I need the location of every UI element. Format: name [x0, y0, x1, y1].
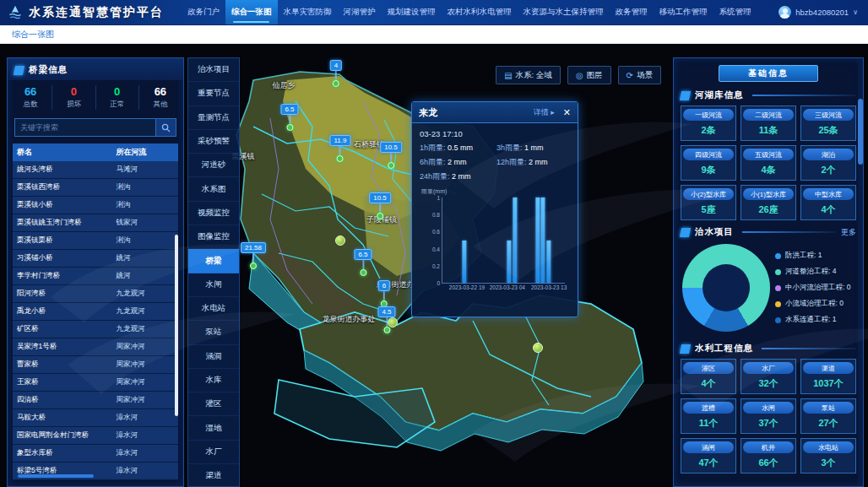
poi-icon[interactable] — [533, 343, 543, 353]
layer-menu-item[interactable]: 灌区 — [188, 392, 239, 416]
section-line — [752, 95, 857, 96]
info-card[interactable]: 渠道1037个 — [800, 359, 856, 394]
table-row[interactable]: 吴家湾1号桥周家冲河 — [13, 338, 178, 356]
cell-bridge-name: 栗溪镇小桥 — [13, 197, 112, 214]
map-marker[interactable]: 11.9 — [330, 131, 351, 162]
poi-icon[interactable] — [335, 235, 345, 246]
info-card[interactable]: 中型水库4个 — [800, 185, 856, 220]
nav-item[interactable]: 水资源与水土保持管理 — [518, 0, 610, 24]
layer-menu-item[interactable]: 视频监控 — [188, 202, 239, 225]
map-control-button[interactable]: ▤水系: 全域 — [496, 66, 561, 84]
marker-value-badge: 6 — [378, 280, 390, 291]
layer-menu-item[interactable]: 治水项目 — [188, 58, 239, 82]
info-card[interactable]: 机井66个 — [741, 438, 796, 473]
table-row[interactable]: 国家电网荆金村门湾桥漳水河 — [13, 427, 178, 445]
nav-item[interactable]: 政务门户 — [182, 0, 225, 24]
bridge-stat: 66其他 — [139, 85, 182, 110]
main-area: 仙居乡栗溪镇石桥驿镇子陵铺镇泉口街道办龙泉街道办事处 46.511.910.51… — [0, 44, 868, 487]
table-horizontal-scrollbar[interactable] — [18, 474, 94, 478]
table-row[interactable]: 禹龙小桥九龙观河 — [13, 303, 178, 321]
rivers-section-header: 河湖库信息 — [674, 84, 863, 106]
info-card[interactable]: 一级河流2条 — [681, 106, 736, 141]
info-card[interactable]: 水厂32个 — [741, 359, 796, 394]
table-vertical-scrollbar[interactable] — [175, 235, 178, 416]
user-menu[interactable]: hbzb42080201 ∨ — [768, 0, 868, 24]
table-row[interactable]: 李学村门湾桥姚河 — [13, 268, 178, 285]
layer-menu-item[interactable]: 泵站 — [188, 321, 239, 344]
table-row[interactable]: 象型水库桥漳水河 — [13, 445, 178, 463]
table-row[interactable]: 马鞍大桥漳水河 — [13, 409, 178, 427]
right-panel-scrollbar[interactable] — [858, 99, 863, 165]
layer-menu-item[interactable]: 渠道 — [188, 464, 239, 487]
info-card[interactable]: 二级河流11条 — [741, 106, 796, 141]
nav-item[interactable]: 农村水利水电管理 — [442, 0, 518, 24]
nav-item[interactable]: 移动工作管理 — [654, 0, 713, 24]
layer-menu-item[interactable]: 量测节点 — [188, 106, 239, 130]
legend-item: 河道整治工程: 4 — [775, 267, 858, 277]
table-row[interactable]: 矿区桥九龙观河 — [13, 321, 178, 338]
search-input[interactable] — [15, 119, 155, 136]
nav-item[interactable]: 规划建设管理 — [382, 0, 442, 24]
info-card[interactable]: 水闸37个 — [741, 398, 796, 434]
layer-menu-item[interactable]: 湿地 — [188, 416, 239, 440]
table-row[interactable]: 阳河湾桥九龙观河 — [13, 285, 178, 303]
map-marker[interactable]: 4 — [330, 56, 342, 87]
map-control-button[interactable]: ⟳场景 — [618, 66, 661, 84]
table-row[interactable]: 栗溪镇姚玉湾门湾桥钱家河 — [13, 214, 178, 232]
popup-detail-link[interactable]: 详情 ▸ — [534, 107, 555, 118]
layer-menu-item[interactable]: 水库 — [188, 369, 239, 392]
bridge-info-panel: 桥梁信息 66总数0损坏0正常66其他 桥名 所在河流 姚河头湾桥马滩河栗溪镇西… — [7, 57, 184, 487]
layer-menu-item[interactable]: 桥梁 — [188, 249, 239, 273]
layer-menu-item[interactable]: 水闸 — [188, 273, 239, 297]
layer-menu-item[interactable]: 图像监控 — [188, 225, 239, 249]
search-icon — [161, 123, 171, 133]
info-card[interactable]: 涵闸47个 — [681, 438, 736, 473]
map-control-button[interactable]: ◎图层 — [567, 66, 611, 84]
layer-menu-item[interactable]: 河道砂 — [188, 154, 239, 177]
layer-menu-item[interactable]: 水厂 — [188, 441, 239, 464]
map-marker[interactable]: 4.5 — [377, 302, 395, 333]
map-marker[interactable]: 10.5 — [380, 138, 402, 169]
map-marker[interactable]: 10.5 — [369, 188, 391, 219]
info-card[interactable]: 三级河流25条 — [800, 106, 856, 141]
card-label: 小(2)型水库 — [683, 188, 734, 200]
table-row[interactable]: 习溪铺小桥姚河 — [13, 250, 178, 268]
layer-menu-item[interactable]: 重要节点 — [188, 82, 239, 106]
layer-menu-item[interactable]: 水系图 — [188, 177, 239, 201]
table-row[interactable]: 栗溪镇西湾桥浰沟 — [13, 179, 178, 197]
info-card[interactable]: 泵站27个 — [800, 398, 856, 434]
info-card[interactable]: 湖泊2个 — [800, 145, 856, 181]
town-label: 龙泉街道办事处 — [323, 314, 376, 325]
map-marker[interactable]: 21.58 — [241, 238, 266, 269]
table-row[interactable]: 曹家桥周家冲河 — [13, 356, 178, 374]
nav-item[interactable]: 综合一张图 — [225, 0, 278, 24]
table-row[interactable]: 四清桥周家冲河 — [13, 392, 178, 409]
nav-item[interactable]: 系统管理 — [713, 0, 757, 24]
projects-more-link[interactable]: 更多 — [841, 227, 856, 238]
layer-menu-item[interactable]: 水电站 — [188, 297, 239, 321]
nav-item[interactable]: 政务管理 — [610, 0, 654, 24]
layer-menu-item[interactable]: 采砂预警 — [188, 130, 239, 154]
nav-item[interactable]: 水旱灾害防御 — [278, 0, 338, 24]
tab-basic-info[interactable]: 基础信息 — [719, 65, 818, 82]
breadcrumb[interactable]: 综合一张图 — [12, 29, 54, 41]
search-button[interactable] — [155, 119, 176, 136]
table-row[interactable]: 栗溪镇小桥浰沟 — [13, 197, 178, 214]
map-marker[interactable]: 6.5 — [280, 100, 298, 131]
table-row[interactable]: 栗溪镇栗桥浰沟 — [13, 232, 178, 250]
info-card[interactable]: 五级河流4条 — [741, 145, 796, 181]
info-card[interactable]: 小(1)型水库26座 — [741, 185, 796, 220]
layer-menu-item[interactable]: 涵洞 — [188, 345, 239, 369]
info-card[interactable]: 灌区4个 — [681, 359, 736, 394]
map-marker[interactable]: 6.5 — [354, 245, 372, 276]
info-card[interactable]: 水电站3个 — [800, 438, 856, 473]
info-card[interactable]: 四级河流9条 — [681, 145, 736, 181]
table-row[interactable]: 王家桥周家冲河 — [13, 374, 178, 392]
x-tick-label: 2023-03-23 13 — [531, 284, 567, 290]
info-card[interactable]: 渡槽11个 — [681, 398, 736, 434]
info-card[interactable]: 小(2)型水库5座 — [681, 185, 736, 220]
close-icon[interactable]: ✕ — [563, 108, 571, 117]
nav-item[interactable]: 河湖管护 — [338, 0, 382, 24]
marker-pin-icon — [377, 213, 383, 219]
table-row[interactable]: 姚河头湾桥马滩河 — [13, 161, 178, 179]
